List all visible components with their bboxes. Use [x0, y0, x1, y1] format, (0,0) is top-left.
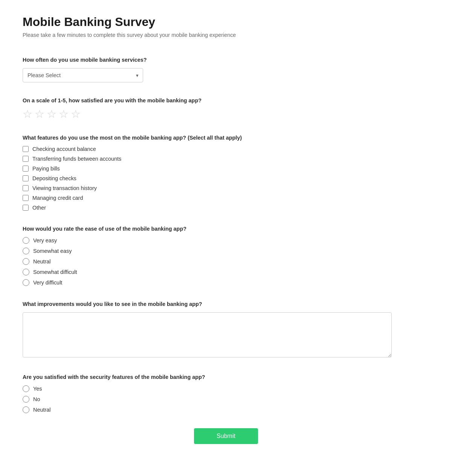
checkbox-deposits-label: Depositing checks	[32, 175, 76, 181]
radio-somewhat-difficult[interactable]	[23, 269, 29, 275]
checkbox-bills[interactable]	[23, 166, 29, 172]
star-4[interactable]: ☆	[59, 109, 69, 120]
radio-item-neutral-security[interactable]: Neutral	[23, 406, 429, 413]
radio-yes-label: Yes	[33, 386, 42, 392]
radio-somewhat-difficult-label: Somewhat difficult	[33, 269, 77, 275]
checkbox-credit[interactable]	[23, 195, 29, 201]
star-5[interactable]: ☆	[71, 109, 81, 120]
question-4-block: How would you rate the ease of use of th…	[23, 226, 429, 286]
radio-item-very-difficult[interactable]: Very difficult	[23, 279, 429, 286]
improvements-textarea[interactable]	[23, 312, 392, 357]
frequency-select-wrapper: Please Select Daily Weekly Monthly Rarel…	[23, 68, 143, 82]
radio-somewhat-easy-label: Somewhat easy	[33, 248, 72, 254]
question-3-label: What features do you use the most on the…	[23, 135, 429, 141]
radio-item-no[interactable]: No	[23, 396, 429, 403]
submit-button[interactable]: Submit	[194, 428, 258, 444]
star-rating[interactable]: ☆ ☆ ☆ ☆ ☆	[23, 109, 429, 120]
radio-item-very-easy[interactable]: Very easy	[23, 237, 429, 244]
radio-neutral-security-label: Neutral	[33, 407, 50, 413]
question-2-label: On a scale of 1-5, how satisfied are you…	[23, 97, 429, 103]
radio-no[interactable]	[23, 396, 29, 403]
radio-neutral-ease[interactable]	[23, 258, 29, 265]
radio-item-yes[interactable]: Yes	[23, 385, 429, 392]
ease-radio-group: Very easy Somewhat easy Neutral Somewhat…	[23, 237, 429, 286]
radio-very-difficult-label: Very difficult	[33, 280, 62, 286]
question-4-label: How would you rate the ease of use of th…	[23, 226, 429, 232]
frequency-select[interactable]: Please Select Daily Weekly Monthly Rarel…	[23, 68, 143, 82]
checkbox-transfer-label: Transferring funds between accounts	[32, 156, 121, 162]
radio-item-neutral-ease[interactable]: Neutral	[23, 258, 429, 265]
checkbox-other-label: Other	[32, 205, 46, 211]
question-2-block: On a scale of 1-5, how satisfied are you…	[23, 97, 429, 120]
checkbox-bills-label: Paying bills	[32, 166, 60, 172]
page-title: Mobile Banking Survey	[23, 15, 429, 29]
star-3[interactable]: ☆	[47, 109, 56, 120]
question-6-block: Are you satisfied with the security feat…	[23, 374, 429, 413]
checkbox-item-other[interactable]: Other	[23, 205, 429, 211]
radio-very-easy-label: Very easy	[33, 237, 57, 243]
checkbox-item-credit[interactable]: Managing credit card	[23, 195, 429, 201]
radio-item-somewhat-difficult[interactable]: Somewhat difficult	[23, 269, 429, 275]
question-6-label: Are you satisfied with the security feat…	[23, 374, 429, 380]
question-5-label: What improvements would you like to see …	[23, 301, 429, 307]
checkbox-item-balance[interactable]: Checking account balance	[23, 146, 429, 152]
checkbox-history[interactable]	[23, 185, 29, 191]
checkbox-item-history[interactable]: Viewing transaction history	[23, 185, 429, 191]
checkbox-history-label: Viewing transaction history	[32, 185, 97, 191]
checkbox-other[interactable]	[23, 205, 29, 211]
checkbox-item-transfer[interactable]: Transferring funds between accounts	[23, 156, 429, 162]
star-1[interactable]: ☆	[23, 109, 32, 120]
radio-neutral-security[interactable]	[23, 406, 29, 413]
security-radio-group: Yes No Neutral	[23, 385, 429, 413]
checkbox-balance-label: Checking account balance	[32, 146, 96, 152]
page-subtitle: Please take a few minutes to complete th…	[23, 32, 429, 38]
submit-container: Submit	[23, 428, 429, 459]
radio-yes[interactable]	[23, 385, 29, 392]
checkbox-transfer[interactable]	[23, 156, 29, 162]
question-1-label: How often do you use mobile banking serv…	[23, 57, 429, 63]
checkbox-deposits[interactable]	[23, 175, 29, 181]
radio-very-difficult[interactable]	[23, 279, 29, 286]
radio-no-label: No	[33, 396, 40, 402]
checkbox-balance[interactable]	[23, 146, 29, 152]
radio-somewhat-easy[interactable]	[23, 248, 29, 254]
radio-item-somewhat-easy[interactable]: Somewhat easy	[23, 248, 429, 254]
question-5-block: What improvements would you like to see …	[23, 301, 429, 359]
checkbox-item-bills[interactable]: Paying bills	[23, 166, 429, 172]
features-checkbox-group: Checking account balance Transferring fu…	[23, 146, 429, 211]
checkbox-item-deposits[interactable]: Depositing checks	[23, 175, 429, 181]
star-2[interactable]: ☆	[35, 109, 44, 120]
checkbox-credit-label: Managing credit card	[32, 195, 83, 201]
radio-neutral-ease-label: Neutral	[33, 259, 50, 265]
question-1-block: How often do you use mobile banking serv…	[23, 57, 429, 82]
radio-very-easy[interactable]	[23, 237, 29, 244]
question-3-block: What features do you use the most on the…	[23, 135, 429, 211]
